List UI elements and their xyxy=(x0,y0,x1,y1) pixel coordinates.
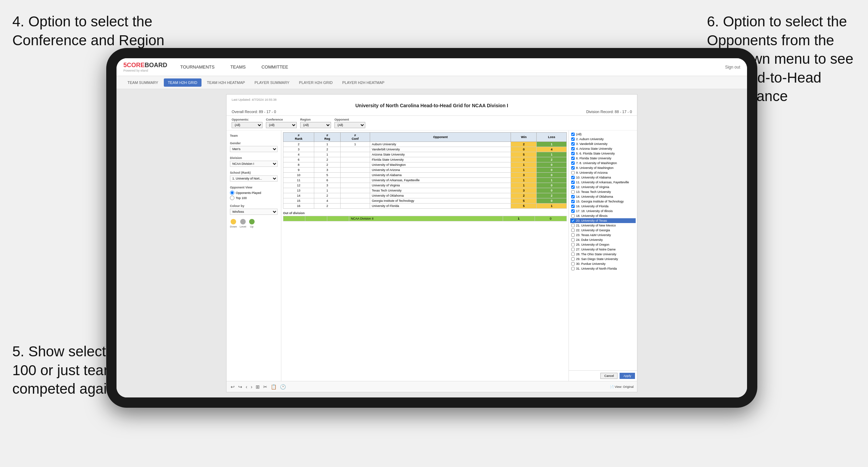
dropdown-all[interactable]: (All) xyxy=(570,132,636,137)
conference-select[interactable]: (All) xyxy=(266,122,297,128)
dropdown-item[interactable]: 2. Auburn University xyxy=(570,137,636,142)
dropdown-item[interactable]: 8. University of Washington xyxy=(570,165,636,170)
dropdown-item[interactable]: 21. University of New Mexico xyxy=(570,223,636,228)
dropdown-item[interactable]: 14. University of Oklahoma xyxy=(570,194,636,199)
top-100-option[interactable]: Top 100 xyxy=(230,196,278,200)
top-100-radio[interactable] xyxy=(230,196,234,200)
dropdown-item[interactable]: 10. University of Alabama xyxy=(570,175,636,180)
col-reg: #Reg xyxy=(314,133,341,142)
cell-rank: 14 xyxy=(283,193,314,198)
school-select[interactable]: 1. University of Nort... xyxy=(230,175,278,182)
cell-win: 5 xyxy=(511,204,537,209)
dropdown-item[interactable]: 7. 8. University of Washington xyxy=(570,161,636,165)
dropdown-item[interactable]: 11. University of Arkansas, Fayetteville xyxy=(570,180,636,185)
dropdown-item[interactable]: 17. 18. University of Illinois xyxy=(570,209,636,213)
cell-rank: 6 xyxy=(283,157,314,162)
nav-teams[interactable]: TEAMS xyxy=(228,63,248,71)
redo-icon[interactable]: ↪ xyxy=(237,383,243,390)
dropdown-item[interactable]: 30. Purdue University xyxy=(570,261,636,266)
colour-by-select[interactable]: Win/loss xyxy=(230,209,278,215)
cell-rank: 16 xyxy=(283,204,314,209)
level-color xyxy=(240,219,246,224)
opponents-played-option[interactable]: Opponents Played xyxy=(230,191,278,195)
cell-opponent: University of Oklahoma xyxy=(370,193,511,198)
cell-win: 5 xyxy=(511,198,537,204)
cell-win: 3 xyxy=(511,173,537,178)
opponent-select[interactable]: (All) xyxy=(334,122,365,128)
tab-player-h2h-heatmap[interactable]: PLAYER H2H HEATMAP xyxy=(338,78,389,87)
nav-committee[interactable]: COMMITTEE xyxy=(259,63,291,71)
color-legend: Down Level Up xyxy=(230,219,278,228)
dropdown-item[interactable]: 28. The Ohio State University xyxy=(570,252,636,257)
dropdown-item[interactable]: 18. University of Illinois xyxy=(570,213,636,218)
cell-reg: 2 xyxy=(314,147,341,152)
dropdown-item[interactable]: 9. University of Arizona xyxy=(570,170,636,175)
dropdown-item[interactable]: 15. Georgia Institute of Technology xyxy=(570,199,636,204)
tab-player-h2h-grid[interactable]: PLAYER H2H GRID xyxy=(295,78,337,87)
sign-out[interactable]: Sign out xyxy=(725,65,740,70)
cell-opponent: University of Alabama xyxy=(370,173,511,178)
out-of-div-table: NCAA Division II 1 0 xyxy=(283,216,567,221)
opponents-filter: Opponents: (All) xyxy=(232,118,262,128)
copy-icon[interactable]: ⊞ xyxy=(255,383,260,390)
dropdown-item[interactable]: 20. University of Texas xyxy=(570,218,636,223)
view-label: 📄 View: Original xyxy=(610,385,634,389)
dropdown-item[interactable]: 23. Texas A&M University xyxy=(570,233,636,237)
apply-button[interactable]: Apply xyxy=(620,373,635,379)
clock-icon[interactable]: 🕐 xyxy=(279,383,286,390)
last-updated: Last Updated: 4/7/2024 16:55:38 xyxy=(232,98,277,101)
dropdown-item[interactable]: 3. Vanderbilt University xyxy=(570,142,636,146)
cell-conf xyxy=(340,152,370,157)
dropdown-item[interactable]: 13. Texas Tech University xyxy=(570,189,636,194)
table-row: 4 1 Arizona State University 5 1 xyxy=(283,152,567,157)
opponents-played-radio[interactable] xyxy=(230,191,234,195)
gender-select[interactable]: Men's xyxy=(230,146,278,152)
paste-icon[interactable]: 📋 xyxy=(270,383,277,390)
dropdown-item[interactable]: 22. University of Georgia xyxy=(570,228,636,233)
tab-team-h2h-grid[interactable]: TEAM H2H GRID xyxy=(164,78,201,87)
back-icon[interactable]: ‹ xyxy=(245,383,248,390)
dropdown-item[interactable]: 6. Florida State University xyxy=(570,156,636,161)
cell-conf xyxy=(340,168,370,173)
nav-tournaments[interactable]: TOURNAMENTS xyxy=(178,63,217,71)
annotation-1: 4. Option to select the Conference and R… xyxy=(12,12,184,50)
opponents-select[interactable]: (All) xyxy=(232,122,262,128)
cell-opponent: Texas Tech University xyxy=(370,188,511,193)
dropdown-item[interactable]: 29. San Diego State University xyxy=(570,257,636,261)
cell-opponent: University of Florida xyxy=(370,204,511,209)
conference-filter-label: Conference xyxy=(266,118,297,121)
tab-player-summary[interactable]: PLAYER SUMMARY xyxy=(250,78,294,87)
team-section: Team xyxy=(230,134,278,137)
cell-win: 2 xyxy=(511,193,537,198)
dropdown-item[interactable]: 24. Duke University xyxy=(570,237,636,242)
out-div-win: 1 xyxy=(503,216,535,221)
cell-loss: 0 xyxy=(537,198,567,204)
undo-icon[interactable]: ↩ xyxy=(230,383,235,390)
dropdown-item[interactable]: 4. Arizona State University xyxy=(570,146,636,151)
dropdown-item[interactable]: 16. University of Florida xyxy=(570,204,636,209)
cell-rank: 4 xyxy=(283,152,314,157)
tab-team-h2h-heatmap[interactable]: TEAM H2H HEATMAP xyxy=(203,78,249,87)
cell-rank: 15 xyxy=(283,198,314,204)
dropdown-item[interactable]: 31. University of North Florida xyxy=(570,266,636,271)
dropdown-item[interactable]: 5. 6. Florida State University xyxy=(570,151,636,156)
cell-win: 5 xyxy=(511,152,537,157)
region-filter: Region (All) xyxy=(300,118,331,128)
table-row: 6 2 Florida State University 4 2 xyxy=(283,157,567,162)
cancel-button[interactable]: Cancel xyxy=(600,373,618,379)
table-row: 13 1 Texas Tech University 3 0 xyxy=(283,188,567,193)
dropdown-item[interactable]: 27. University of Notre Dame xyxy=(570,247,636,252)
tab-team-summary[interactable]: TEAM SUMMARY xyxy=(123,78,162,87)
division-select[interactable]: NCAA Division I xyxy=(230,161,278,167)
dropdown-item[interactable]: 12. University of Virginia xyxy=(570,185,636,189)
division-record: Division Record: 88 - 17 - 0 xyxy=(586,110,632,114)
region-select[interactable]: (All) xyxy=(300,122,331,128)
cell-rank: 3 xyxy=(283,147,314,152)
dropdown-item[interactable]: 25. University of Oregon xyxy=(570,242,636,247)
forward-icon[interactable]: › xyxy=(250,383,253,390)
cell-conf xyxy=(340,178,370,183)
cell-win: 3 xyxy=(511,188,537,193)
cut-icon[interactable]: ✂ xyxy=(262,383,268,390)
cell-reg: 1 xyxy=(314,142,341,147)
cell-loss: 1 xyxy=(537,152,567,157)
